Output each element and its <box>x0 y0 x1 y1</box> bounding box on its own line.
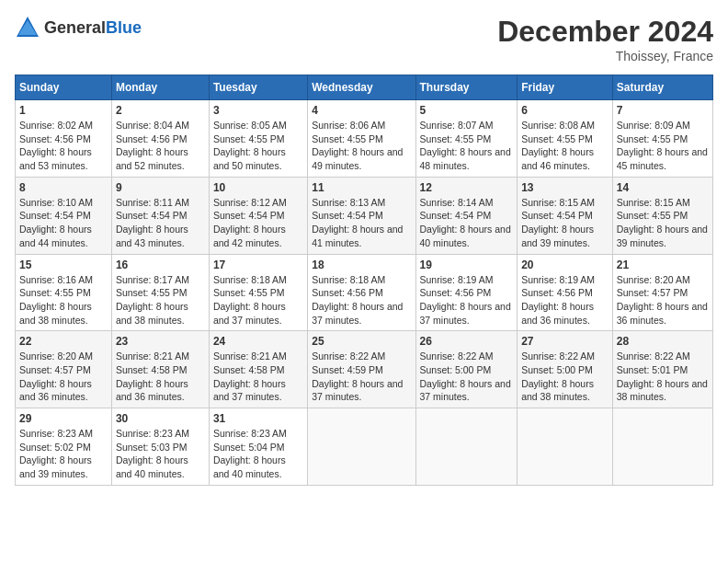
sunrise-text: Sunrise: 8:14 AMSunset: 4:54 PMDaylight:… <box>420 197 511 248</box>
day-number: 2 <box>116 104 205 117</box>
day-number: 13 <box>521 181 609 194</box>
calendar-week-row: 1 Sunrise: 8:02 AMSunset: 4:56 PMDayligh… <box>16 100 713 178</box>
calendar-header-cell: Saturday <box>612 75 712 100</box>
day-number: 9 <box>116 181 205 194</box>
calendar-day-cell: 1 Sunrise: 8:02 AMSunset: 4:56 PMDayligh… <box>16 100 112 178</box>
calendar-day-cell: 25 Sunrise: 8:22 AMSunset: 4:59 PMDaylig… <box>308 331 415 408</box>
sunrise-text: Sunrise: 8:20 AMSunset: 4:57 PMDaylight:… <box>19 350 93 402</box>
calendar-week-row: 29 Sunrise: 8:23 AMSunset: 5:02 PMDaylig… <box>16 408 713 486</box>
calendar-day-cell: 2 Sunrise: 8:04 AMSunset: 4:56 PMDayligh… <box>111 100 209 178</box>
calendar-day-cell: 24 Sunrise: 8:21 AMSunset: 4:58 PMDaylig… <box>209 331 307 408</box>
calendar-day-cell: 29 Sunrise: 8:23 AMSunset: 5:02 PMDaylig… <box>16 408 112 486</box>
day-number: 14 <box>617 181 709 194</box>
calendar-day-cell <box>308 408 415 486</box>
sunrise-text: Sunrise: 8:06 AMSunset: 4:55 PMDaylight:… <box>312 120 403 171</box>
day-number: 29 <box>19 412 108 425</box>
calendar-day-cell <box>518 408 613 486</box>
calendar-header-cell: Wednesday <box>308 75 415 100</box>
calendar-header-cell: Monday <box>111 75 209 100</box>
calendar-day-cell: 13 Sunrise: 8:15 AMSunset: 4:54 PMDaylig… <box>518 177 613 254</box>
sunrise-text: Sunrise: 8:16 AMSunset: 4:55 PMDaylight:… <box>19 274 93 326</box>
sunrise-text: Sunrise: 8:23 AMSunset: 5:04 PMDaylight:… <box>213 428 287 479</box>
title-area: December 2024 Thoissey, France <box>497 15 713 63</box>
sunrise-text: Sunrise: 8:04 AMSunset: 4:56 PMDaylight:… <box>116 120 189 171</box>
calendar-day-cell: 7 Sunrise: 8:09 AMSunset: 4:55 PMDayligh… <box>612 100 712 178</box>
day-number: 20 <box>521 259 609 271</box>
calendar-day-cell: 4 Sunrise: 8:06 AMSunset: 4:55 PMDayligh… <box>308 100 415 178</box>
logo: GeneralBlue <box>15 15 142 40</box>
location-subtitle: Thoissey, France <box>497 49 713 63</box>
sunrise-text: Sunrise: 8:13 AMSunset: 4:54 PMDaylight:… <box>312 197 403 248</box>
calendar-day-cell <box>612 408 712 486</box>
calendar-week-row: 22 Sunrise: 8:20 AMSunset: 4:57 PMDaylig… <box>16 331 713 408</box>
day-number: 5 <box>420 104 514 117</box>
day-number: 11 <box>312 181 411 194</box>
header: GeneralBlue December 2024 Thoissey, Fran… <box>15 15 713 63</box>
day-number: 27 <box>521 335 609 348</box>
calendar-day-cell: 20 Sunrise: 8:19 AMSunset: 4:56 PMDaylig… <box>518 254 613 331</box>
calendar-day-cell: 30 Sunrise: 8:23 AMSunset: 5:03 PMDaylig… <box>111 408 209 486</box>
sunrise-text: Sunrise: 8:22 AMSunset: 4:59 PMDaylight:… <box>312 350 403 402</box>
day-number: 12 <box>420 181 514 194</box>
day-number: 23 <box>116 335 205 348</box>
calendar-day-cell: 14 Sunrise: 8:15 AMSunset: 4:55 PMDaylig… <box>612 177 712 254</box>
calendar-day-cell: 19 Sunrise: 8:19 AMSunset: 4:56 PMDaylig… <box>415 254 518 331</box>
calendar-week-row: 8 Sunrise: 8:10 AMSunset: 4:54 PMDayligh… <box>16 177 713 254</box>
sunrise-text: Sunrise: 8:20 AMSunset: 4:57 PMDaylight:… <box>617 274 708 326</box>
day-number: 10 <box>213 181 303 194</box>
month-title: December 2024 <box>497 15 713 49</box>
day-number: 28 <box>617 335 709 348</box>
calendar-day-cell: 8 Sunrise: 8:10 AMSunset: 4:54 PMDayligh… <box>16 177 112 254</box>
day-number: 3 <box>213 104 303 117</box>
sunrise-text: Sunrise: 8:18 AMSunset: 4:55 PMDaylight:… <box>213 274 287 326</box>
sunrise-text: Sunrise: 8:12 AMSunset: 4:54 PMDaylight:… <box>213 197 287 248</box>
calendar-day-cell: 16 Sunrise: 8:17 AMSunset: 4:55 PMDaylig… <box>111 254 209 331</box>
day-number: 8 <box>19 181 108 194</box>
sunrise-text: Sunrise: 8:11 AMSunset: 4:54 PMDaylight:… <box>116 197 189 248</box>
day-number: 21 <box>617 259 709 271</box>
calendar-day-cell: 17 Sunrise: 8:18 AMSunset: 4:55 PMDaylig… <box>209 254 307 331</box>
sunrise-text: Sunrise: 8:23 AMSunset: 5:02 PMDaylight:… <box>19 428 93 479</box>
calendar-day-cell: 11 Sunrise: 8:13 AMSunset: 4:54 PMDaylig… <box>308 177 415 254</box>
calendar-header-row: SundayMondayTuesdayWednesdayThursdayFrid… <box>16 75 713 100</box>
day-number: 19 <box>420 259 514 271</box>
sunrise-text: Sunrise: 8:10 AMSunset: 4:54 PMDaylight:… <box>19 197 93 248</box>
sunrise-text: Sunrise: 8:17 AMSunset: 4:55 PMDaylight:… <box>116 274 189 326</box>
day-number: 16 <box>116 259 205 271</box>
calendar-day-cell: 26 Sunrise: 8:22 AMSunset: 5:00 PMDaylig… <box>415 331 518 408</box>
sunrise-text: Sunrise: 8:22 AMSunset: 5:00 PMDaylight:… <box>420 350 511 402</box>
calendar-day-cell: 18 Sunrise: 8:18 AMSunset: 4:56 PMDaylig… <box>308 254 415 331</box>
calendar-day-cell: 27 Sunrise: 8:22 AMSunset: 5:00 PMDaylig… <box>518 331 613 408</box>
day-number: 4 <box>312 104 411 117</box>
sunrise-text: Sunrise: 8:09 AMSunset: 4:55 PMDaylight:… <box>617 120 708 171</box>
day-number: 1 <box>19 104 108 117</box>
sunrise-text: Sunrise: 8:15 AMSunset: 4:55 PMDaylight:… <box>617 197 708 248</box>
calendar-header-cell: Sunday <box>16 75 112 100</box>
calendar-day-cell: 6 Sunrise: 8:08 AMSunset: 4:55 PMDayligh… <box>518 100 613 178</box>
svg-marker-1 <box>18 20 37 35</box>
sunrise-text: Sunrise: 8:22 AMSunset: 5:01 PMDaylight:… <box>617 350 708 402</box>
calendar-body: 1 Sunrise: 8:02 AMSunset: 4:56 PMDayligh… <box>16 100 713 486</box>
calendar-day-cell: 12 Sunrise: 8:14 AMSunset: 4:54 PMDaylig… <box>415 177 518 254</box>
day-number: 22 <box>19 335 108 348</box>
day-number: 26 <box>420 335 514 348</box>
calendar-day-cell: 28 Sunrise: 8:22 AMSunset: 5:01 PMDaylig… <box>612 331 712 408</box>
day-number: 7 <box>617 104 709 117</box>
calendar-day-cell: 21 Sunrise: 8:20 AMSunset: 4:57 PMDaylig… <box>612 254 712 331</box>
calendar-table: SundayMondayTuesdayWednesdayThursdayFrid… <box>15 75 713 486</box>
calendar-day-cell: 22 Sunrise: 8:20 AMSunset: 4:57 PMDaylig… <box>16 331 112 408</box>
logo-text-general: General <box>44 18 106 37</box>
day-number: 25 <box>312 335 411 348</box>
logo-icon <box>15 15 40 40</box>
calendar-week-row: 15 Sunrise: 8:16 AMSunset: 4:55 PMDaylig… <box>16 254 713 331</box>
day-number: 30 <box>116 412 205 425</box>
sunrise-text: Sunrise: 8:15 AMSunset: 4:54 PMDaylight:… <box>521 197 595 248</box>
sunrise-text: Sunrise: 8:08 AMSunset: 4:55 PMDaylight:… <box>521 120 595 171</box>
day-number: 31 <box>213 412 303 425</box>
day-number: 17 <box>213 259 303 271</box>
calendar-day-cell: 10 Sunrise: 8:12 AMSunset: 4:54 PMDaylig… <box>209 177 307 254</box>
calendar-header-cell: Tuesday <box>209 75 307 100</box>
calendar-day-cell: 31 Sunrise: 8:23 AMSunset: 5:04 PMDaylig… <box>209 408 307 486</box>
sunrise-text: Sunrise: 8:23 AMSunset: 5:03 PMDaylight:… <box>116 428 189 479</box>
calendar-day-cell: 5 Sunrise: 8:07 AMSunset: 4:55 PMDayligh… <box>415 100 518 178</box>
